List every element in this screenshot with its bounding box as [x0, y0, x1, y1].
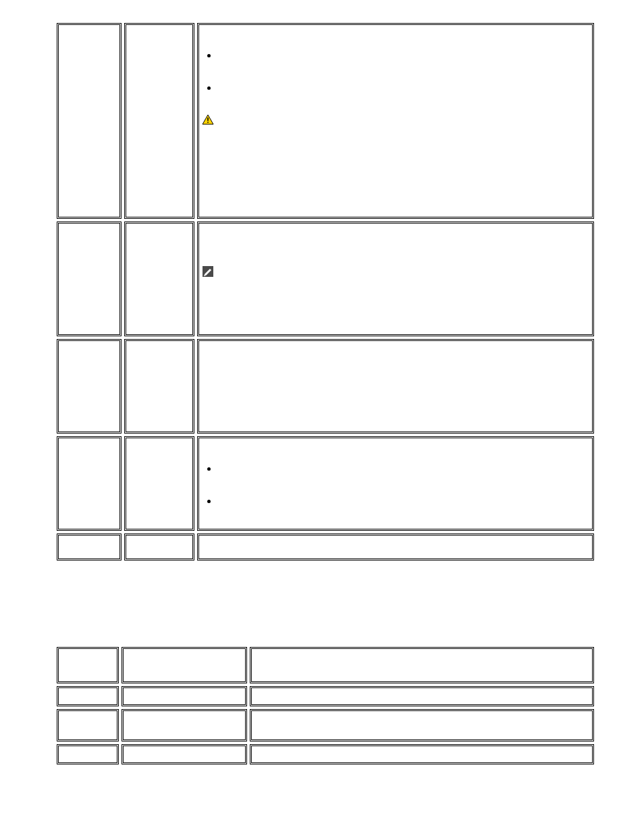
bullet-list [218, 463, 589, 507]
table-row [57, 647, 594, 683]
cell-description [202, 345, 589, 359]
svg-rect-1 [207, 118, 209, 121]
bullet-list [218, 49, 589, 94]
caution-callout [202, 114, 589, 128]
note-callout [202, 265, 589, 280]
cell-description [202, 228, 589, 280]
document-page [0, 0, 644, 834]
table-row [57, 23, 594, 219]
cell-description [202, 442, 589, 507]
table-row [57, 709, 594, 741]
table-row [57, 436, 594, 531]
caution-icon [202, 114, 214, 128]
table-row [57, 339, 594, 434]
list-item [218, 49, 589, 61]
specification-table-1 [54, 20, 597, 563]
note-icon [202, 265, 214, 280]
list-item [218, 495, 589, 507]
specification-table-2 [54, 644, 597, 767]
table-row [57, 686, 594, 706]
table-row [57, 221, 594, 336]
svg-rect-2 [207, 122, 209, 123]
table-row [57, 533, 594, 561]
list-item [218, 463, 589, 475]
section-gap [54, 563, 597, 644]
cell-description [202, 29, 589, 128]
list-item [218, 82, 589, 94]
table-row [57, 744, 594, 764]
